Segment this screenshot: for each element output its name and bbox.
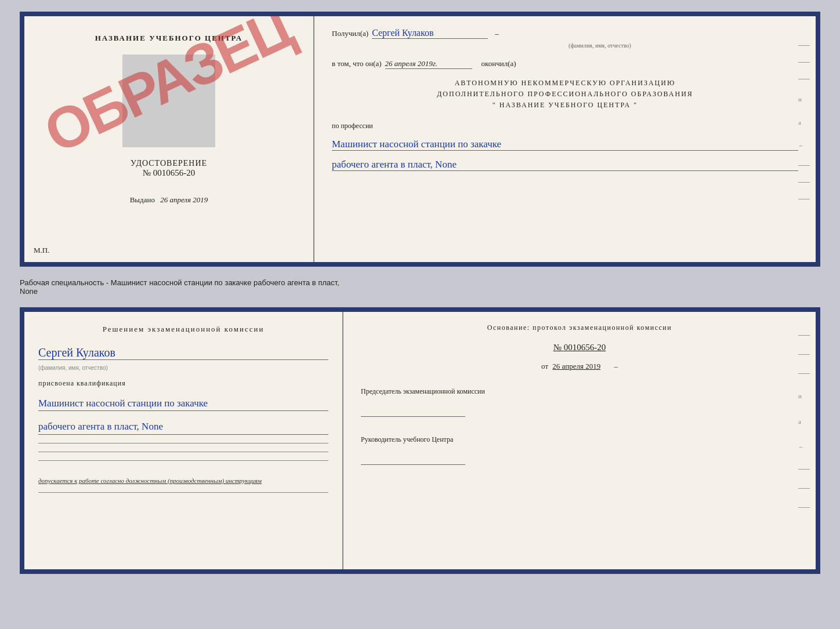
org-text: АВТОНОМНУЮ НЕКОММЕРЧЕСКУЮ ОРГАНИЗАЦИЮ ДО… xyxy=(332,78,798,111)
cert-center-title: НАЗВАНИЕ УЧЕБНОГО ЦЕНТРА xyxy=(95,34,243,43)
cert-right-panel: Получил(а) Сергей Кулаков – (фамилия, им… xyxy=(314,16,816,262)
protokol-date-val: 26 апреля 2019 xyxy=(552,362,600,370)
poluchil-sub: (фамилия, имя, отчество) xyxy=(401,42,798,49)
right-dashes-bottom: и а ← xyxy=(798,335,810,508)
kvali-line2: рабочего агента в пласт, None xyxy=(38,419,328,435)
cert-mp: М.П. xyxy=(34,246,49,255)
bottom-name-sub: (фамилия, имя, отчество) xyxy=(38,365,328,371)
protokol-num: № 0010656-20 xyxy=(361,343,798,352)
poluchil-row: Получил(а) Сергей Кулаков – xyxy=(332,28,798,39)
bottom-name-value: Сергей Кулаков xyxy=(38,346,328,360)
cert-vydano: Выдано 26 апреля 2019 xyxy=(130,195,208,205)
bottom-line-1 xyxy=(38,443,328,443)
rukovod-label: Руководитель учебного Центра xyxy=(361,434,798,445)
cert-bottom-right: Основание: протокол экзаменационной коми… xyxy=(343,312,816,569)
certificate-top: НАЗВАНИЕ УЧЕБНОГО ЦЕНТРА УДОСТОВЕРЕНИЕ №… xyxy=(20,12,820,267)
resheniem-label: Решением экзаменационной комиссии xyxy=(38,323,328,336)
org-line1: АВТОНОМНУЮ НЕКОММЕРЧЕСКУЮ ОРГАНИЗАЦИЮ xyxy=(332,78,798,89)
protokol-date: от 26 апреля 2019 – xyxy=(361,362,798,371)
dopuskaetsya-text: допускается к работе согласно должностны… xyxy=(38,477,328,484)
cert-bottom-left: Решением экзаменационной комиссии Сергей… xyxy=(24,312,343,569)
osnov-label: Основание: протокол экзаменационной коми… xyxy=(361,323,798,332)
stamp-placeholder xyxy=(122,54,215,147)
org-line2: ДОПОЛНИТЕЛЬНОГО ПРОФЕССИОНАЛЬНОГО ОБРАЗО… xyxy=(332,89,798,100)
bottom-line-4 xyxy=(38,492,328,493)
cert-vydano-date: 26 апреля 2019 xyxy=(160,195,208,204)
org-name: " НАЗВАНИЕ УЧЕБНОГО ЦЕНТРА " xyxy=(332,100,798,111)
poluchil-label: Получил(а) xyxy=(332,29,368,38)
right-dashes-top: и а ← xyxy=(798,45,810,199)
poluchil-value: Сергей Кулаков xyxy=(372,28,488,39)
cert-udostoverenie-label: УДОСТОВЕРЕНИЕ xyxy=(131,159,207,168)
okonchil-label: окончил(а) xyxy=(481,59,516,68)
vtom-row: в том, что он(а) 26 апреля 2019г. окончи… xyxy=(332,59,798,69)
cert-number: № 0010656-20 xyxy=(143,168,195,178)
vtom-label: в том, что он(а) xyxy=(332,59,382,68)
rukovod-sign-line xyxy=(361,464,465,465)
profession-line2: рабочего агента в пласт, None xyxy=(332,159,798,171)
cert-left-panel: НАЗВАНИЕ УЧЕБНОГО ЦЕНТРА УДОСТОВЕРЕНИЕ №… xyxy=(24,16,314,262)
middle-label: Рабочая специальность - Машинист насосно… xyxy=(20,276,820,298)
bottom-line-2 xyxy=(38,452,328,452)
profession-line1: Машинист насосной станции по закачке xyxy=(332,139,798,151)
predsedatel-sign-line xyxy=(361,416,465,417)
stamp-block xyxy=(122,49,215,153)
prisvoena-label: присвоена квалификация xyxy=(38,379,328,388)
po-professii-label: по профессии xyxy=(332,122,798,130)
certificate-bottom: Решением экзаменационной комиссии Сергей… xyxy=(20,307,820,574)
vtom-date: 26 апреля 2019г. xyxy=(385,59,472,69)
bottom-line-3 xyxy=(38,460,328,461)
dopuskaetsya-rest: работе согласно должностным (производств… xyxy=(79,477,262,484)
kvali-line1: Машинист насосной станции по закачке xyxy=(38,396,328,412)
predsedatel-label: Председатель экзаменационной комиссии xyxy=(361,386,798,397)
